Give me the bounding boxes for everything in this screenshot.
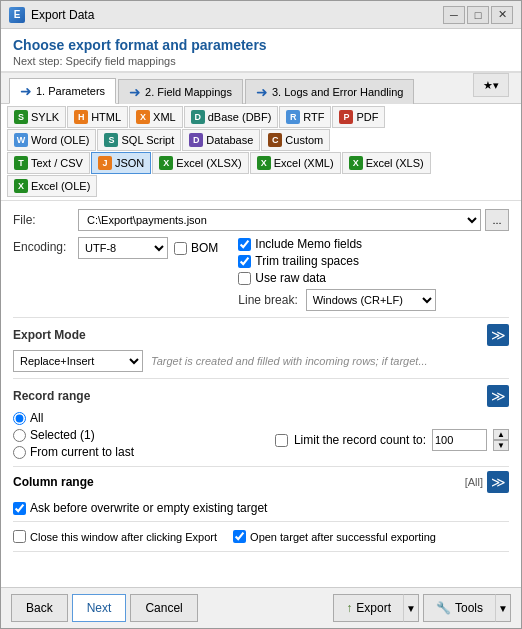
column-range-label: Column range (13, 475, 94, 489)
radio-all[interactable] (13, 412, 26, 425)
format-json[interactable]: J JSON (91, 152, 151, 174)
linebreak-select[interactable]: Windows (CR+LF) Unix (LF) Mac (CR) (306, 289, 436, 311)
minimize-button[interactable]: ─ (443, 6, 465, 24)
dbase-icon: D (191, 110, 205, 124)
spin-up-button[interactable]: ▲ (493, 429, 509, 440)
use-raw-label: Use raw data (255, 271, 326, 285)
close-button[interactable]: ✕ (491, 6, 513, 24)
header-section: Choose export format and parameters Next… (1, 29, 521, 73)
format-sql[interactable]: S SQL Script (97, 129, 181, 151)
tab-field-mappings[interactable]: ➜ 2. Field Mappings (118, 79, 243, 104)
format-text-csv[interactable]: T Text / CSV (7, 152, 90, 174)
format-xml[interactable]: X XML (129, 106, 183, 128)
tab-arrow-icon: ➜ (20, 83, 32, 99)
encoding-select[interactable]: UTF-8 UTF-16 ASCII (78, 237, 168, 259)
open-after-checkbox[interactable] (233, 530, 246, 543)
encoding-label: Encoding: (13, 237, 78, 254)
radio-selected[interactable] (13, 429, 26, 442)
radio-selected-label: Selected (1) (30, 428, 95, 442)
open-after-label: Open target after successful exporting (250, 531, 436, 543)
format-dbase[interactable]: D dBase (DBF) (184, 106, 279, 128)
spin-down-button[interactable]: ▼ (493, 440, 509, 451)
file-label: File: (13, 213, 78, 227)
bom-checkbox[interactable] (174, 242, 187, 255)
tools-button-group: 🔧 Tools ▼ (423, 594, 511, 622)
format-excel-xlsx[interactable]: X Excel (XLSX) (152, 152, 248, 174)
format-database[interactable]: D Database (182, 129, 260, 151)
format-word-label: Word (OLE) (31, 134, 89, 146)
format-html[interactable]: H HTML (67, 106, 128, 128)
trim-trailing-checkbox[interactable] (238, 255, 251, 268)
rtf-icon: R (286, 110, 300, 124)
tab-parameters-label: 1. Parameters (36, 85, 105, 97)
include-memo-label: Include Memo fields (255, 237, 362, 251)
tools-dropdown-button[interactable]: ▼ (495, 594, 511, 622)
column-range-row: Column range [All] ≫ (13, 466, 509, 497)
export-icon: ↑ (346, 601, 352, 615)
export-mode-fast-button[interactable]: ≫ (487, 324, 509, 346)
limit-count-input[interactable] (432, 429, 487, 451)
format-rtf[interactable]: R RTF (279, 106, 331, 128)
format-excel-ole-label: Excel (OLE) (31, 180, 90, 192)
format-pdf[interactable]: P PDF (332, 106, 385, 128)
format-json-label: JSON (115, 157, 144, 169)
encoding-left: UTF-8 UTF-16 ASCII BOM (78, 237, 218, 259)
browse-button[interactable]: ... (485, 209, 509, 231)
radio-from-current-label: From current to last (30, 445, 134, 459)
ask-overwrite-checkbox[interactable] (13, 502, 26, 515)
column-range-fast-button[interactable]: ≫ (487, 471, 509, 493)
format-custom[interactable]: C Custom (261, 129, 330, 151)
favorites-button[interactable]: ★▾ (473, 73, 509, 97)
cancel-button[interactable]: Cancel (130, 594, 197, 622)
window-icon: E (9, 7, 25, 23)
use-raw-checkbox[interactable] (238, 272, 251, 285)
maximize-button[interactable]: □ (467, 6, 489, 24)
spinner: ▲ ▼ (493, 429, 509, 451)
export-mode-header: Export Mode ≫ (13, 324, 509, 346)
format-word[interactable]: W Word (OLE) (7, 129, 96, 151)
file-input-row: C:\Export\payments.json ... (78, 209, 509, 231)
limit-section: Limit the record count to: ▲ ▼ (275, 411, 509, 451)
tabs-bar: ➜ 1. Parameters ➜ 2. Field Mappings ➜ 3.… (1, 73, 521, 104)
record-range-title: Record range (13, 389, 90, 403)
limit-count-checkbox[interactable] (275, 434, 288, 447)
export-button[interactable]: ↑ Export (333, 594, 403, 622)
tools-button[interactable]: 🔧 Tools (423, 594, 495, 622)
format-sylk[interactable]: S SYLK (7, 106, 66, 128)
tab-parameters[interactable]: ➜ 1. Parameters (9, 78, 116, 104)
format-excel-xls-label: Excel (XLS) (366, 157, 424, 169)
format-excel-xlsx-label: Excel (XLSX) (176, 157, 241, 169)
record-range-fast-button[interactable]: ≫ (487, 385, 509, 407)
tools-label: Tools (455, 601, 483, 615)
close-after-label: Close this window after clicking Export (30, 531, 217, 543)
tab-logs[interactable]: ➜ 3. Logs and Error Handling (245, 79, 414, 104)
export-label: Export (356, 601, 391, 615)
export-mode-select[interactable]: Replace+Insert Insert Update Replace (13, 350, 143, 372)
close-after-checkbox[interactable] (13, 530, 26, 543)
back-button[interactable]: Back (11, 594, 68, 622)
format-excel-ole[interactable]: X Excel (OLE) (7, 175, 97, 197)
excel-xls-icon: X (349, 156, 363, 170)
format-text-csv-label: Text / CSV (31, 157, 83, 169)
next-button[interactable]: Next (72, 594, 127, 622)
include-memo-checkbox[interactable] (238, 238, 251, 251)
record-range-header: Record range ≫ (13, 385, 509, 407)
limit-count-label: Limit the record count to: (294, 433, 426, 447)
format-dbase-label: dBase (DBF) (208, 111, 272, 123)
excel-xlsx-icon: X (159, 156, 173, 170)
format-pdf-label: PDF (356, 111, 378, 123)
tab-arrow-icon-2: ➜ (129, 84, 141, 100)
linebreak-label: Line break: (238, 293, 297, 307)
format-excel-xls[interactable]: X Excel (XLS) (342, 152, 431, 174)
format-row-2: W Word (OLE) S SQL Script D Database C C… (7, 129, 515, 151)
close-after-row: Close this window after clicking Export (13, 530, 217, 543)
export-dropdown-button[interactable]: ▼ (403, 594, 419, 622)
bom-label: BOM (191, 241, 218, 255)
format-html-label: HTML (91, 111, 121, 123)
excel-xml-icon: X (257, 156, 271, 170)
file-path-select[interactable]: C:\Export\payments.json (78, 209, 481, 231)
radio-from-current[interactable] (13, 446, 26, 459)
divider-1 (13, 317, 509, 318)
format-excel-xml[interactable]: X Excel (XML) (250, 152, 341, 174)
header-subtitle: Next step: Specify field mappings (13, 55, 509, 67)
